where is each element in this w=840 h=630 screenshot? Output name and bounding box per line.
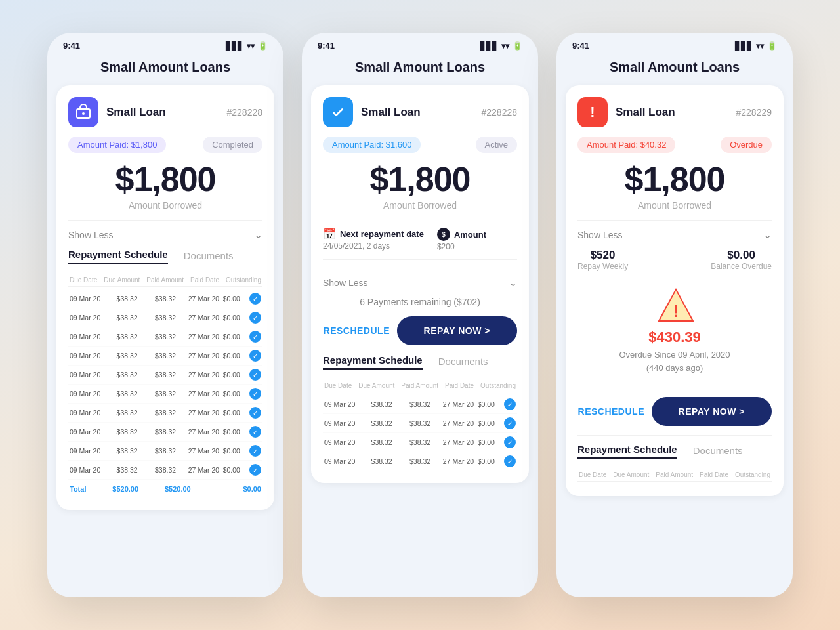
overdue-since-3: Overdue Since 09 April, 2020 (440 days a… [578,348,772,374]
repay-button-2[interactable]: REPAY NOW > [397,316,518,345]
divider-3 [578,388,772,389]
loan-name-1: Small Loan [106,106,166,119]
tab-repayment-2[interactable]: Repayment Schedule [323,354,423,370]
divider-3b [578,435,772,436]
col-outstanding-1: Outstanding [226,276,261,284]
show-less-row-3[interactable]: Show Less ⌄ [578,220,772,241]
status-icons-2: ▋▋▋ ▾▾ 🔋 [480,41,522,51]
table-row: 09 Mar 20 $38.32 $38.32 27 Mar 20 $0.00 … [323,414,517,433]
show-less-row-2[interactable]: Show Less ⌄ [323,268,517,289]
phone-2: 9:41 ▋▋▋ ▾▾ 🔋 Small Amount Loans Small L… [302,33,538,597]
table-row: 09 Mar 20 $38.32 $38.32 27 Mar 20 $0.00 … [68,461,262,480]
table-row: 09 Mar 20 $38.32 $38.32 27 Mar 20 $0.00 … [68,404,262,423]
check-icon: ✓ [504,398,516,410]
svg-text:!: ! [673,301,679,321]
loan-name-section-2: Small Loan [361,106,421,119]
repayment-info-2: 📅 Next repayment date 24/05/2021, 2 days… [323,220,517,260]
table-row: 09 Mar 20 $38.32 $38.32 27 Mar 20 $0.00 … [68,308,262,327]
amount-label-3: Amount Borrowed [578,200,772,211]
loan-icon-2 [323,97,353,127]
wifi-icon: ▾▾ [247,41,255,51]
reschedule-button-3[interactable]: RESCHEDULE [578,406,645,417]
loan-id-3: #228229 [736,107,772,117]
loan-card-1: Small Loan #228228 Amount Paid: $1,800 C… [56,85,274,510]
signal-icon-2: ▋▋▋ [480,41,498,51]
weekly-label: Repay Weekly [578,262,628,271]
amount-title: Amount [454,230,486,240]
table-header-2: Due Date Due Amount Paid Amount Paid Dat… [323,379,517,392]
time-1: 9:41 [63,41,80,51]
loan-card-3: ! Small Loan #228229 Amount Paid: $40.32… [566,85,784,496]
tab-repayment-1[interactable]: Repayment Schedule [68,249,168,264]
col-paid-date-2: Paid Date [445,382,474,389]
amount-paid-badge-3: Amount Paid: $40.32 [578,136,675,153]
loan-header-1: Small Loan #228228 [68,97,262,127]
check-icon: ✓ [249,445,261,457]
phone-1: 9:41 ▋▋▋ ▾▾ 🔋 Small Amount Loans [47,33,284,597]
table-row: 09 Mar 20 $38.32 $38.32 27 Mar 20 $0.00 … [323,433,517,452]
tabs-row-2: Repayment Schedule Documents [323,354,517,370]
badges-row-2: Amount Paid: $1,600 Active [323,136,517,153]
next-repayment-title: Next repayment date [340,229,424,239]
loan-id-1: #228228 [226,107,262,117]
amount-icon-label: $ Amount [437,228,486,241]
weekly-amount: $520 [578,249,628,262]
amount-value: $200 [437,242,486,251]
wifi-icon-2: ▾▾ [501,41,509,51]
tab-documents-3[interactable]: Documents [693,445,743,459]
total-outstanding-1: $0.00 [243,485,261,493]
col-due-amount-2: Due Amount [358,382,394,389]
status-bar-3: 9:41 ▋▋▋ ▾▾ 🔋 [556,33,793,54]
amount-big-1: $1,800 [68,159,262,199]
battery-icon-3: 🔋 [767,41,777,51]
col-paid-amount-3: Paid Amount [656,471,693,478]
total-due-1: $520.00 [112,485,138,493]
col-due-amount-1: Due Amount [104,276,140,284]
loan-header-3: ! Small Loan #228229 [578,97,772,127]
next-repayment-item: 📅 Next repayment date 24/05/2021, 2 days [323,228,424,251]
amount-paid-badge-1: Amount Paid: $1,800 [68,136,166,153]
loan-header-left-2: Small Loan [323,97,421,127]
table-row: 09 Mar 20 $38.32 $38.32 27 Mar 20 $0.00 … [68,366,262,385]
amount-paid-badge-2: Amount Paid: $1,600 [323,136,421,153]
balance-label: Balance Overdue [711,262,772,271]
tab-repayment-3[interactable]: Repayment Schedule [578,444,677,459]
overdue-section-3: ! $430.39 Overdue Since 09 April, 2020 (… [578,280,772,381]
table-row: 09 Mar 20 $38.32 $38.32 27 Mar 20 $0.00 … [68,423,262,442]
table-body-1: 09 Mar 20 $38.32 $38.32 27 Mar 20 $0.00 … [68,289,262,480]
tab-documents-1[interactable]: Documents [184,250,234,264]
loan-icon-1 [68,97,98,127]
reschedule-button-2[interactable]: RESCHEDULE [323,326,390,336]
check-icon: ✓ [504,436,516,448]
show-less-row-1[interactable]: Show Less ⌄ [68,220,262,241]
col-outstanding-3: Outstanding [735,471,770,478]
battery-icon: 🔋 [258,41,268,51]
tabs-row-3: Repayment Schedule Documents [578,444,772,459]
table-header-1: Due Date Due Amount Paid Amount Paid Dat… [68,274,262,287]
show-less-text-1: Show Less [68,230,113,240]
status-badge-2: Active [476,136,517,153]
loan-header-left-3: ! Small Loan [578,97,675,127]
loan-card-2: Small Loan #228228 Amount Paid: $1,600 A… [311,85,529,483]
svg-point-1 [82,112,85,115]
balance-overdue-item: $0.00 Balance Overdue [711,249,772,271]
next-repayment-value: 24/05/2021, 2 days [323,242,424,251]
table-row: 09 Mar 20 $38.32 $38.32 27 Mar 20 $0.00 … [68,442,262,461]
check-icon: ✓ [249,369,261,381]
tab-documents-2[interactable]: Documents [438,356,488,369]
status-icons-1: ▋▋▋ ▾▾ 🔋 [226,41,268,51]
status-icons-3: ▋▋▋ ▾▾ 🔋 [735,41,777,51]
weekly-row-3: $520 Repay Weekly $0.00 Balance Overdue [578,249,772,271]
phone-3: 9:41 ▋▋▋ ▾▾ 🔋 Small Amount Loans ! Small… [556,33,793,597]
col-due-amount-3: Due Amount [613,471,649,478]
check-icon: ✓ [249,407,261,419]
badges-row-3: Amount Paid: $40.32 Overdue [578,136,772,153]
table-header-3: Due Date Due Amount Paid Amount Paid Dat… [578,469,772,482]
amount-item: $ Amount $200 [437,228,486,251]
amount-label-2: Amount Borrowed [323,200,517,211]
time-3: 9:41 [572,41,589,51]
show-less-text-3: Show Less [578,230,622,240]
repay-button-3[interactable]: REPAY NOW > [652,397,772,426]
col-due-date-2: Due Date [324,382,352,389]
battery-icon-2: 🔋 [513,41,522,51]
